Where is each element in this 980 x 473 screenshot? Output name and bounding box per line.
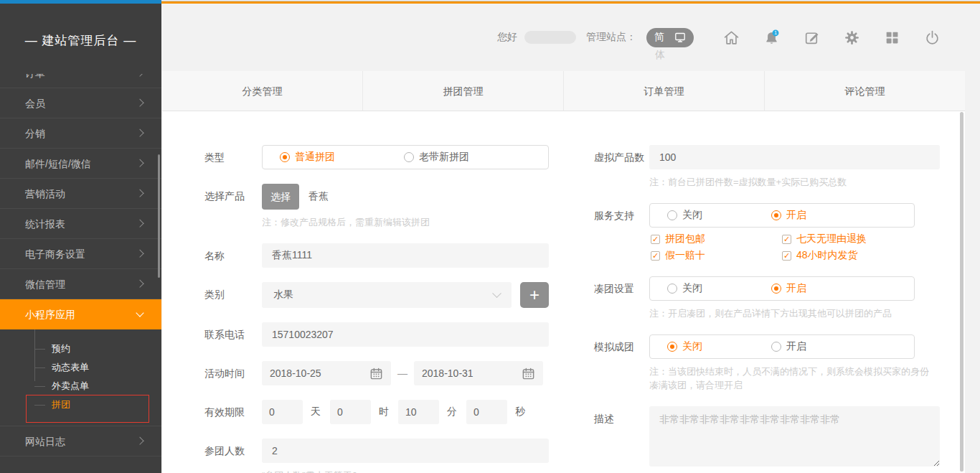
language-overflow-text: 体 [655, 49, 665, 62]
virtual-label: 虚拟产品数 [594, 145, 649, 169]
chevron-down-icon [136, 309, 143, 317]
validity-seconds-input[interactable] [466, 400, 507, 424]
description-textarea[interactable] [649, 406, 940, 467]
radio-icon [667, 284, 677, 294]
tab-groupbuy-management[interactable]: 拼团管理 [362, 71, 563, 111]
category-label: 类别 [204, 282, 262, 306]
home-icon[interactable] [722, 29, 740, 47]
power-icon[interactable] [923, 29, 941, 47]
radio-icon [667, 210, 677, 220]
validity-minutes-input[interactable] [398, 400, 439, 424]
sidebar-item-mini-program-apps[interactable]: 小程序应用 [0, 299, 161, 329]
choose-product-button[interactable]: 选择 [262, 184, 299, 210]
start-date-input[interactable]: 2018-10-25 [262, 361, 391, 385]
phone-label: 联系电话 [204, 322, 262, 347]
tab-comment-management[interactable]: 评论管理 [764, 71, 965, 111]
chevron-down-icon [492, 289, 501, 298]
people-label: 参团人数 [204, 439, 262, 463]
bell-icon[interactable]: 1 [763, 29, 781, 47]
row-gather-setting: 凑团设置 关闭 开启 注：开启凑团，则在产品详情下方出现其他可以拼团的产品 [594, 276, 910, 320]
chevron-right-icon [136, 249, 143, 257]
people-count-input[interactable] [262, 439, 549, 463]
name-input[interactable] [262, 243, 549, 268]
checkbox-free-shipping[interactable]: ✓拼团包邮 [651, 233, 782, 245]
row-type: 类型 普通拼团 老带新拼团 [204, 145, 549, 169]
phone-input[interactable] [262, 322, 549, 347]
row-product: 选择产品 选择 香蕉 注：修改产品规格后，需重新编辑该拼团 [204, 184, 549, 229]
svg-text:1: 1 [774, 30, 777, 35]
language-toggle[interactable]: 简 [646, 28, 694, 47]
sidebar-item-ecommerce-settings[interactable]: 电子商务设置 [0, 239, 161, 269]
language-switch-wrap: 简 体 [646, 28, 694, 47]
checkbox-48h-shipping[interactable]: ✓48小时内发货 [782, 249, 915, 262]
sidebar-item-marketing[interactable]: 营销活动 [0, 179, 161, 209]
radio-simulate-off[interactable]: 关闭 [667, 340, 702, 353]
sidebar-item-stats-report[interactable]: 统计报表 [0, 209, 161, 239]
tab-bar: 分类管理 拼团管理 订单管理 评论管理 [162, 71, 965, 111]
tab-order-management[interactable]: 订单管理 [563, 71, 764, 111]
checkbox-7day-return[interactable]: ✓七天无理由退换 [782, 233, 915, 245]
row-service-support: 服务支持 关闭 开启 ✓拼团包邮 ✓七天无理由退换 ✓假一赔十 ✓48小时内发货 [594, 203, 910, 262]
row-activity-time: 活动时间 2018-10-25 — [204, 361, 549, 385]
simulate-radio-group: 关闭 开启 [649, 334, 915, 359]
apps-grid-icon[interactable] [883, 29, 901, 47]
sidebar-item-members[interactable]: 会员 [0, 88, 161, 118]
radio-service-off[interactable]: 关闭 [667, 209, 702, 222]
radio-icon [771, 284, 781, 294]
main-panel: 分类管理 拼团管理 订单管理 评论管理 类型 普通拼团 老带新拼团 [162, 71, 965, 473]
chevron-right-icon [136, 128, 143, 136]
gather-note: 注：开启凑团，则在产品详情下方出现其他可以拼团的产品 [649, 306, 915, 320]
type-label: 类型 [204, 145, 262, 169]
radio-gather-on[interactable]: 开启 [771, 282, 806, 295]
add-category-button[interactable]: + [520, 282, 549, 308]
time-label: 活动时间 [204, 361, 262, 385]
category-select[interactable]: 水果 [262, 282, 512, 308]
radio-normal-groupbuy[interactable]: 普通拼团 [280, 151, 335, 164]
radio-icon [404, 152, 414, 162]
end-date-input[interactable]: 2018-10-31 [414, 361, 543, 385]
sidebar-submenu: 预约 动态表单 外卖点单 拼团 [0, 329, 161, 426]
gear-icon[interactable] [843, 29, 861, 47]
radio-icon [771, 210, 781, 220]
sidebar-menu: 订单 会员 分销 邮件/短信/微信 营销活动 统计报表 电子商务设置 微信管理 … [0, 74, 161, 456]
validity-label: 有效期限 [204, 400, 262, 424]
radio-old-brings-new[interactable]: 老带新拼团 [404, 151, 469, 164]
sidebar-item-site-logs[interactable]: 网站日志 [0, 426, 161, 456]
validity-days-input[interactable] [262, 400, 303, 424]
simulate-label: 模拟成团 [594, 334, 649, 359]
sidebar-scrollbar-thumb[interactable] [158, 154, 160, 278]
row-virtual-count: 虚拟产品数 注：前台已拼团件数=虚拟数量+实际已购买总数 [594, 145, 910, 189]
panel-scrollbar-thumb[interactable] [960, 112, 963, 472]
checkbox-checked-icon: ✓ [782, 235, 791, 244]
submenu-item-dynamic-form[interactable]: 动态表单 [0, 358, 161, 377]
row-description: 描述 [594, 406, 910, 469]
validity-hours-input[interactable] [330, 400, 371, 424]
sidebar-item-mail-sms-wechat[interactable]: 邮件/短信/微信 [0, 149, 161, 179]
header-icons: 1 [722, 29, 941, 47]
submenu-item-booking[interactable]: 预约 [0, 339, 161, 358]
sidebar-item-wechat-management[interactable]: 微信管理 [0, 269, 161, 299]
tab-category-management[interactable]: 分类管理 [162, 71, 362, 111]
radio-icon [667, 342, 677, 352]
sidebar-item-distribution[interactable]: 分销 [0, 118, 161, 149]
radio-simulate-on[interactable]: 开启 [771, 340, 806, 353]
virtual-note: 注：前台已拼团件数=虚拟数量+实际已购买总数 [649, 175, 940, 189]
gather-radio-group: 关闭 开启 [649, 276, 915, 301]
edit-icon[interactable] [803, 29, 821, 47]
date-separator: — [397, 367, 407, 379]
submenu-item-group-buy[interactable]: 拼团 [0, 395, 161, 414]
row-phone: 联系电话 [204, 322, 549, 347]
radio-service-on[interactable]: 开启 [771, 209, 806, 222]
radio-gather-off[interactable]: 关闭 [667, 282, 702, 295]
unit-minutes: 分 [447, 406, 457, 418]
chevron-right-icon [136, 189, 143, 197]
submenu-item-takeout-order[interactable]: 外卖点单 [0, 377, 161, 395]
language-label: 简 [654, 31, 664, 44]
sidebar-item-orders[interactable]: 订单 [0, 74, 161, 88]
calendar-icon [522, 367, 535, 380]
virtual-count-input[interactable] [649, 145, 940, 169]
checkbox-fake-one-pay-ten[interactable]: ✓假一赔十 [651, 249, 782, 262]
checkbox-checked-icon: ✓ [651, 251, 660, 261]
people-note: “参团人数”需大于等于2 [262, 469, 549, 473]
unit-seconds: 秒 [515, 406, 525, 418]
